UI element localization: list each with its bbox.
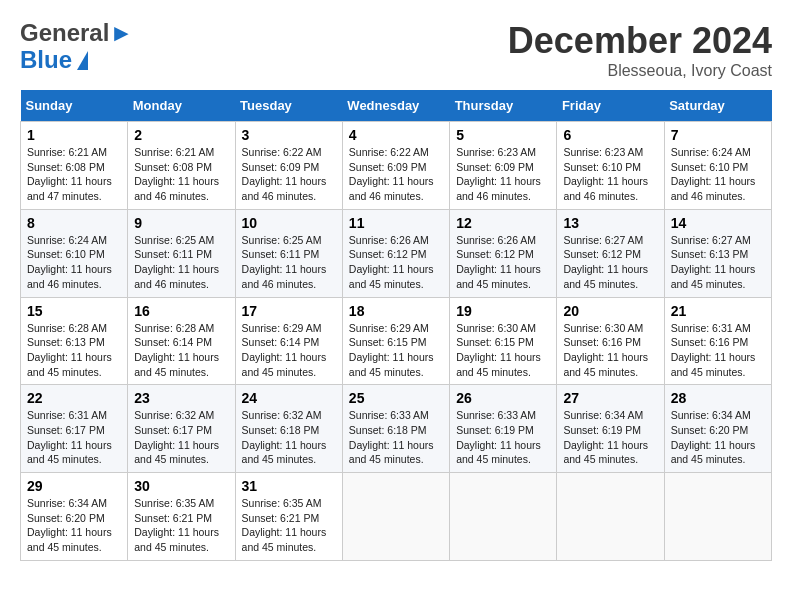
- day-info: Sunrise: 6:35 AMSunset: 6:21 PMDaylight:…: [134, 497, 219, 553]
- calendar-cell: 22 Sunrise: 6:31 AMSunset: 6:17 PMDaylig…: [21, 385, 128, 473]
- title-block: December 2024 Blesseoua, Ivory Coast: [508, 20, 772, 80]
- day-number: 4: [349, 127, 443, 143]
- location: Blesseoua, Ivory Coast: [508, 62, 772, 80]
- day-number: 11: [349, 215, 443, 231]
- day-number: 8: [27, 215, 121, 231]
- day-info: Sunrise: 6:21 AMSunset: 6:08 PMDaylight:…: [27, 146, 112, 202]
- calendar-cell: [450, 473, 557, 561]
- calendar-cell: 23 Sunrise: 6:32 AMSunset: 6:17 PMDaylig…: [128, 385, 235, 473]
- day-number: 13: [563, 215, 657, 231]
- day-info: Sunrise: 6:22 AMSunset: 6:09 PMDaylight:…: [349, 146, 434, 202]
- logo-general: General: [20, 19, 109, 46]
- day-number: 1: [27, 127, 121, 143]
- logo-blue-text: Blue: [20, 46, 72, 74]
- day-info: Sunrise: 6:31 AMSunset: 6:16 PMDaylight:…: [671, 322, 756, 378]
- calendar-week-2: 8 Sunrise: 6:24 AMSunset: 6:10 PMDayligh…: [21, 209, 772, 297]
- calendar-header-row: SundayMondayTuesdayWednesdayThursdayFrid…: [21, 90, 772, 122]
- logo-blue: ►: [109, 19, 133, 46]
- day-number: 16: [134, 303, 228, 319]
- calendar-cell: 3 Sunrise: 6:22 AMSunset: 6:09 PMDayligh…: [235, 122, 342, 210]
- day-number: 14: [671, 215, 765, 231]
- logo-triangle-icon: [77, 51, 88, 70]
- column-header-thursday: Thursday: [450, 90, 557, 122]
- calendar-cell: 13 Sunrise: 6:27 AMSunset: 6:12 PMDaylig…: [557, 209, 664, 297]
- day-info: Sunrise: 6:28 AMSunset: 6:14 PMDaylight:…: [134, 322, 219, 378]
- calendar-cell: 7 Sunrise: 6:24 AMSunset: 6:10 PMDayligh…: [664, 122, 771, 210]
- day-info: Sunrise: 6:23 AMSunset: 6:10 PMDaylight:…: [563, 146, 648, 202]
- day-info: Sunrise: 6:28 AMSunset: 6:13 PMDaylight:…: [27, 322, 112, 378]
- calendar-cell: 15 Sunrise: 6:28 AMSunset: 6:13 PMDaylig…: [21, 297, 128, 385]
- day-info: Sunrise: 6:27 AMSunset: 6:12 PMDaylight:…: [563, 234, 648, 290]
- day-info: Sunrise: 6:33 AMSunset: 6:18 PMDaylight:…: [349, 409, 434, 465]
- calendar-cell: [664, 473, 771, 561]
- day-number: 5: [456, 127, 550, 143]
- calendar-cell: 19 Sunrise: 6:30 AMSunset: 6:15 PMDaylig…: [450, 297, 557, 385]
- calendar-cell: 27 Sunrise: 6:34 AMSunset: 6:19 PMDaylig…: [557, 385, 664, 473]
- calendar-cell: 12 Sunrise: 6:26 AMSunset: 6:12 PMDaylig…: [450, 209, 557, 297]
- day-info: Sunrise: 6:34 AMSunset: 6:20 PMDaylight:…: [671, 409, 756, 465]
- day-number: 10: [242, 215, 336, 231]
- day-info: Sunrise: 6:29 AMSunset: 6:14 PMDaylight:…: [242, 322, 327, 378]
- column-header-friday: Friday: [557, 90, 664, 122]
- day-info: Sunrise: 6:30 AMSunset: 6:15 PMDaylight:…: [456, 322, 541, 378]
- day-info: Sunrise: 6:31 AMSunset: 6:17 PMDaylight:…: [27, 409, 112, 465]
- day-number: 24: [242, 390, 336, 406]
- day-number: 22: [27, 390, 121, 406]
- day-info: Sunrise: 6:25 AMSunset: 6:11 PMDaylight:…: [134, 234, 219, 290]
- day-info: Sunrise: 6:22 AMSunset: 6:09 PMDaylight:…: [242, 146, 327, 202]
- calendar-cell: 1 Sunrise: 6:21 AMSunset: 6:08 PMDayligh…: [21, 122, 128, 210]
- column-header-sunday: Sunday: [21, 90, 128, 122]
- calendar-cell: 17 Sunrise: 6:29 AMSunset: 6:14 PMDaylig…: [235, 297, 342, 385]
- day-number: 17: [242, 303, 336, 319]
- calendar-cell: 8 Sunrise: 6:24 AMSunset: 6:10 PMDayligh…: [21, 209, 128, 297]
- day-number: 28: [671, 390, 765, 406]
- day-number: 9: [134, 215, 228, 231]
- day-number: 31: [242, 478, 336, 494]
- calendar-cell: 5 Sunrise: 6:23 AMSunset: 6:09 PMDayligh…: [450, 122, 557, 210]
- calendar-cell: 16 Sunrise: 6:28 AMSunset: 6:14 PMDaylig…: [128, 297, 235, 385]
- calendar-cell: 31 Sunrise: 6:35 AMSunset: 6:21 PMDaylig…: [235, 473, 342, 561]
- day-number: 27: [563, 390, 657, 406]
- day-info: Sunrise: 6:34 AMSunset: 6:20 PMDaylight:…: [27, 497, 112, 553]
- day-number: 12: [456, 215, 550, 231]
- day-info: Sunrise: 6:24 AMSunset: 6:10 PMDaylight:…: [27, 234, 112, 290]
- logo-line2: Blue: [20, 46, 88, 74]
- day-number: 23: [134, 390, 228, 406]
- day-info: Sunrise: 6:26 AMSunset: 6:12 PMDaylight:…: [456, 234, 541, 290]
- calendar-cell: 9 Sunrise: 6:25 AMSunset: 6:11 PMDayligh…: [128, 209, 235, 297]
- calendar-cell: 20 Sunrise: 6:30 AMSunset: 6:16 PMDaylig…: [557, 297, 664, 385]
- calendar-cell: 26 Sunrise: 6:33 AMSunset: 6:19 PMDaylig…: [450, 385, 557, 473]
- calendar-cell: 10 Sunrise: 6:25 AMSunset: 6:11 PMDaylig…: [235, 209, 342, 297]
- calendar-cell: [557, 473, 664, 561]
- calendar-cell: 28 Sunrise: 6:34 AMSunset: 6:20 PMDaylig…: [664, 385, 771, 473]
- day-number: 29: [27, 478, 121, 494]
- day-info: Sunrise: 6:25 AMSunset: 6:11 PMDaylight:…: [242, 234, 327, 290]
- calendar-cell: 4 Sunrise: 6:22 AMSunset: 6:09 PMDayligh…: [342, 122, 449, 210]
- day-info: Sunrise: 6:26 AMSunset: 6:12 PMDaylight:…: [349, 234, 434, 290]
- calendar-cell: 18 Sunrise: 6:29 AMSunset: 6:15 PMDaylig…: [342, 297, 449, 385]
- day-number: 20: [563, 303, 657, 319]
- day-number: 2: [134, 127, 228, 143]
- page-header: General► Blue December 2024 Blesseoua, I…: [20, 20, 772, 80]
- day-number: 25: [349, 390, 443, 406]
- day-number: 6: [563, 127, 657, 143]
- month-title: December 2024: [508, 20, 772, 62]
- column-header-saturday: Saturday: [664, 90, 771, 122]
- day-number: 18: [349, 303, 443, 319]
- day-number: 21: [671, 303, 765, 319]
- calendar-table: SundayMondayTuesdayWednesdayThursdayFrid…: [20, 90, 772, 561]
- day-info: Sunrise: 6:24 AMSunset: 6:10 PMDaylight:…: [671, 146, 756, 202]
- day-number: 26: [456, 390, 550, 406]
- day-number: 15: [27, 303, 121, 319]
- day-info: Sunrise: 6:27 AMSunset: 6:13 PMDaylight:…: [671, 234, 756, 290]
- day-info: Sunrise: 6:33 AMSunset: 6:19 PMDaylight:…: [456, 409, 541, 465]
- calendar-cell: [342, 473, 449, 561]
- logo: General► Blue: [20, 20, 133, 74]
- column-header-tuesday: Tuesday: [235, 90, 342, 122]
- calendar-week-4: 22 Sunrise: 6:31 AMSunset: 6:17 PMDaylig…: [21, 385, 772, 473]
- calendar-cell: 24 Sunrise: 6:32 AMSunset: 6:18 PMDaylig…: [235, 385, 342, 473]
- day-info: Sunrise: 6:32 AMSunset: 6:18 PMDaylight:…: [242, 409, 327, 465]
- day-number: 19: [456, 303, 550, 319]
- calendar-cell: 29 Sunrise: 6:34 AMSunset: 6:20 PMDaylig…: [21, 473, 128, 561]
- day-info: Sunrise: 6:34 AMSunset: 6:19 PMDaylight:…: [563, 409, 648, 465]
